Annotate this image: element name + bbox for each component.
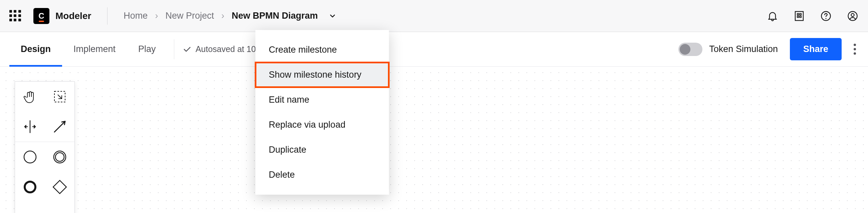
app-header: C Modeler Home › New Project › New BPMN … [0,0,868,32]
tabs-divider [174,39,174,59]
palette-gateway[interactable] [45,172,74,202]
menu-item-delete[interactable]: Delete [255,162,389,187]
palette-space-tool[interactable] [15,112,45,142]
tabs: Design Implement Play [9,32,167,66]
palette-start-event[interactable] [15,142,45,172]
palette-lasso-tool[interactable] [45,82,74,112]
breadcrumb-project[interactable]: New Project [165,11,214,21]
hand-icon [22,89,38,105]
toggle-switch[interactable] [678,43,703,56]
chevron-down-icon [329,12,337,20]
svg-rect-14 [53,180,66,194]
bpmn-palette [15,81,75,213]
svg-point-6 [826,18,827,19]
tab-bar: Design Implement Play Autosaved at 10 To… [0,32,868,67]
organization-icon[interactable] [793,10,805,22]
svg-rect-0 [795,11,803,20]
svg-rect-4 [800,16,802,18]
breadcrumb-dropdown-menu: Create milestone Show milestone history … [255,30,389,195]
chevron-right-icon: › [155,11,158,21]
palette-connect-tool[interactable] [45,112,74,142]
autosave-label: Autosaved at 10 [196,44,256,54]
autosave-status: Autosaved at 10 [182,44,256,54]
breadcrumb-home[interactable]: Home [124,11,148,21]
breadcrumb: Home › New Project › New BPMN Diagram [124,11,337,21]
header-actions [767,10,859,22]
svg-rect-3 [797,16,799,18]
lasso-icon [52,89,68,105]
palette-hand-tool[interactable] [15,82,45,112]
check-icon [182,45,192,54]
tab-implement[interactable]: Implement [62,32,127,66]
svg-rect-2 [800,13,802,15]
menu-item-show-milestone-history[interactable]: Show milestone history [255,62,389,87]
breadcrumb-current[interactable]: New BPMN Diagram [232,11,318,21]
menu-item-replace-via-upload[interactable]: Replace via upload [255,112,389,137]
token-simulation-label: Token Simulation [709,44,778,54]
gateway-icon [52,179,68,195]
menu-item-create-milestone[interactable]: Create milestone [255,37,389,62]
brand: C Modeler [33,8,91,24]
token-simulation-toggle[interactable]: Token Simulation [678,43,778,56]
start-event-icon [22,149,38,165]
overflow-menu-button[interactable] [851,41,859,57]
breadcrumb-dropdown-button[interactable] [329,12,337,20]
intermediate-event-icon [52,149,68,165]
header-divider [107,7,107,25]
brand-name: Modeler [55,11,91,21]
svg-point-8 [851,13,854,16]
menu-item-duplicate[interactable]: Duplicate [255,137,389,162]
share-button[interactable]: Share [790,38,842,60]
bell-icon[interactable] [767,10,778,22]
palette-end-event[interactable] [15,172,45,202]
user-icon[interactable] [847,10,859,22]
menu-item-edit-name[interactable]: Edit name [255,87,389,112]
svg-rect-1 [797,13,799,15]
diagram-canvas[interactable] [0,67,868,213]
apps-launcher-icon[interactable] [9,10,21,22]
svg-point-10 [24,151,36,163]
help-icon[interactable] [820,10,832,22]
connect-arrow-icon [52,119,68,135]
chevron-right-icon: › [221,11,224,21]
palette-intermediate-event[interactable] [45,142,74,172]
brand-logo: C [33,8,50,24]
space-tool-icon [22,119,38,135]
tab-design[interactable]: Design [9,32,62,66]
tab-play[interactable]: Play [127,32,167,66]
toggle-knob [680,44,690,55]
svg-point-12 [55,153,64,161]
end-event-icon [22,179,38,195]
svg-point-13 [25,182,35,192]
